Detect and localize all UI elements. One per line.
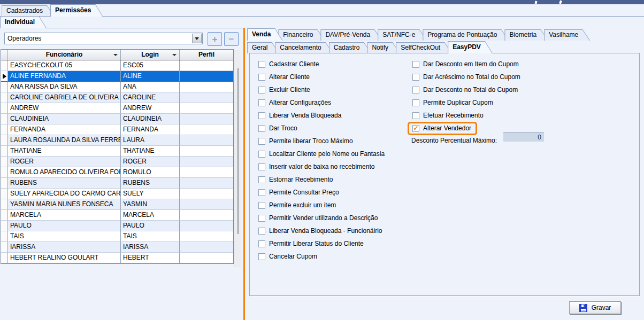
cell-login[interactable]: CAROLINE (121, 92, 180, 103)
tab-sat-nfc-e[interactable]: SAT/NFC-e (378, 29, 427, 41)
table-row[interactable]: ANA RAISSA DA SILVAANA (1, 82, 233, 92)
permission-item-dar-troco[interactable]: Dar Troco (258, 124, 297, 132)
cell-login[interactable]: ALINE (121, 71, 180, 82)
table-row[interactable]: HEBERT REALINO GOULARTHEBERT (1, 253, 233, 263)
cell-login[interactable]: MARCELA (121, 210, 180, 221)
table-row[interactable]: RUBENSRUBENS (1, 178, 233, 189)
desconto-percentual-input[interactable]: 0 (503, 132, 544, 142)
checkbox-unchecked-icon[interactable] (412, 99, 419, 106)
checkbox-unchecked-icon[interactable] (258, 253, 265, 260)
cell-funcionario[interactable]: ANA RAISSA DA SILVA (8, 82, 121, 92)
permission-item-permite-consultar-preco[interactable]: Permite Consultar Preço (258, 189, 339, 196)
checkbox-unchecked-icon[interactable] (258, 112, 265, 119)
column-header-login[interactable]: Login (121, 50, 180, 60)
scrollbar-thumb[interactable] (237, 68, 239, 234)
cell-funcionario[interactable]: PAULO (8, 221, 121, 231)
operators-combobox[interactable]: Operadores (4, 33, 203, 44)
table-row[interactable]: ROGERROGER (1, 157, 233, 167)
tab-dav-pre-venda[interactable]: DAV/Pré-Venda (320, 29, 382, 41)
cell-perfil[interactable] (180, 114, 233, 124)
cell-perfil[interactable] (180, 60, 233, 71)
checkbox-unchecked-icon[interactable] (258, 215, 265, 222)
tab-vasilhame[interactable]: Vasilhame (544, 29, 590, 41)
table-row[interactable]: THATIANETHATIANE (1, 146, 233, 157)
cell-perfil[interactable] (180, 189, 233, 199)
table-row[interactable]: ANDREWANDREW (1, 103, 233, 114)
cell-funcionario[interactable]: SUELY APARECIDA DO CARMO CARNI (8, 189, 121, 199)
cell-perfil[interactable] (180, 71, 233, 82)
table-row[interactable]: MARCELAMARCELA (1, 210, 233, 221)
cell-login[interactable]: FERNANDA (121, 124, 180, 135)
table-vertical-scrollbar[interactable] (234, 50, 241, 267)
cell-perfil[interactable] (180, 210, 233, 221)
permission-item-permite-liberar-troco-maximo[interactable]: Permite liberar Troco Máximo (258, 137, 353, 145)
tab-cadastrados[interactable]: Cadastrados (2, 5, 55, 17)
permission-item-localizar-cliente-pelo-nome-ou-fantasia[interactable]: Localizar Cliente pelo Nome ou Fantasia (258, 150, 385, 158)
table-row[interactable]: LAURA ROSALINDA DA SILVA FERRELAURA (1, 135, 233, 146)
table-row[interactable]: CAROLINE GABRIELA DE OLIVEIRACAROLINE (1, 92, 233, 103)
cell-funcionario[interactable]: FERNANDA (8, 124, 121, 135)
cell-login[interactable]: CLAUDINEIA (121, 114, 180, 124)
table-row[interactable]: IARISSAIARISSA (1, 242, 233, 253)
permission-item-liberar-venda-bloqueada[interactable]: Liberar Venda Bloqueada (258, 112, 341, 119)
cell-login[interactable]: ROGER (121, 157, 180, 167)
column-header-funcionario[interactable]: Funcionário (8, 50, 121, 60)
cell-funcionario[interactable]: ANDREW (8, 103, 121, 114)
cell-perfil[interactable] (180, 103, 233, 114)
permission-item-permitir-liberar-status-do-cliente[interactable]: Permitir Liberar Status do Cliente (258, 240, 364, 247)
table-row[interactable]: TAISTAIS (1, 231, 233, 242)
table-row[interactable]: SUELY APARECIDA DO CARMO CARNISUELY (1, 189, 233, 199)
cell-login[interactable]: ROMULO (121, 167, 180, 178)
permission-item-alterar-vendedor[interactable]: ✓Alterar Vendedor (412, 124, 471, 132)
permission-item-excluir-cliente[interactable]: Excluir Cliente (258, 86, 310, 93)
permission-item-liberar-venda-bloqueada-funcionairio[interactable]: Liberar Venda Bloqueada - Funcionáirio (258, 227, 382, 235)
permission-item-permite-excluir-um-item[interactable]: Permite excluir um item (258, 201, 336, 209)
cell-perfil[interactable] (180, 157, 233, 167)
table-row[interactable]: FERNANDAFERNANDA (1, 124, 233, 135)
permission-item-estornar-recebimento[interactable]: Estornar Recebimento (258, 176, 333, 183)
checkbox-unchecked-icon[interactable] (258, 240, 265, 247)
save-button[interactable]: Gravar (569, 301, 621, 314)
cell-funcionario[interactable]: MARCELA (8, 210, 121, 221)
table-row[interactable]: CLAUDINEIACLAUDINEIA (1, 114, 233, 124)
cell-funcionario[interactable]: ALINE FERNANDA (8, 71, 121, 82)
tab-biometria[interactable]: Biometria (504, 29, 548, 41)
permission-item-dar-desconto-em-item-do-cupom[interactable]: Dar Desconto em Item do Cupom (412, 60, 519, 68)
cell-perfil[interactable] (180, 167, 233, 178)
cell-funcionario[interactable]: YASMIN MARIA NUNES FONSECA (8, 199, 121, 210)
sort-dropdown-icon[interactable] (113, 54, 118, 56)
cell-funcionario[interactable]: THATIANE (8, 146, 121, 157)
permission-item-dar-acrescimo-no-total-do-cupom[interactable]: Dar Acréscimo no Total do Cupom (412, 73, 520, 81)
tab-cadastro[interactable]: Cadastro (329, 42, 372, 53)
cell-perfil[interactable] (180, 253, 233, 263)
cell-login[interactable]: YASMIN (121, 199, 180, 210)
cell-perfil[interactable] (180, 242, 233, 253)
cell-login[interactable]: ESC05 (121, 60, 180, 71)
tab-geral[interactable]: Geral (247, 42, 279, 53)
cell-perfil[interactable] (180, 221, 233, 231)
cell-login[interactable]: RUBENS (121, 178, 180, 189)
permission-item-inserir-valor-de-baixa-no-recebimento[interactable]: Inserir valor de baixa no recebimento (258, 163, 374, 170)
cell-perfil[interactable] (180, 178, 233, 189)
checkbox-unchecked-icon[interactable] (412, 61, 419, 68)
checkbox-unchecked-icon[interactable] (258, 189, 265, 196)
cell-login[interactable]: LAURA (121, 135, 180, 146)
cell-funcionario[interactable]: CLAUDINEIA (8, 114, 121, 124)
column-header-perfil[interactable]: Perfil (180, 50, 233, 60)
cell-perfil[interactable] (180, 199, 233, 210)
permission-item-cadastrar-cliente[interactable]: Cadastrar Cliente (258, 60, 319, 68)
checkbox-unchecked-icon[interactable] (412, 112, 419, 119)
combobox-dropdown-button[interactable] (192, 34, 202, 43)
permission-item-cancelar-cupom[interactable]: Cancelar Cupom (258, 253, 317, 260)
cell-funcionario[interactable]: EASYCHECKOUT 05 (8, 60, 121, 71)
permission-item-alterar-cliente[interactable]: Alterar Cliente (258, 73, 310, 81)
cell-funcionario[interactable]: TAIS (8, 231, 121, 242)
checkbox-checked-icon[interactable]: ✓ (412, 125, 419, 132)
cell-perfil[interactable] (180, 231, 233, 242)
permission-item-efetuar-recebimento[interactable]: Efetuar Recebimento (412, 112, 484, 119)
checkbox-unchecked-icon[interactable] (258, 125, 265, 132)
checkbox-unchecked-icon[interactable] (258, 61, 265, 68)
checkbox-unchecked-icon[interactable] (258, 87, 265, 93)
cell-funcionario[interactable]: ROGER (8, 157, 121, 167)
cell-perfil[interactable] (180, 82, 233, 92)
